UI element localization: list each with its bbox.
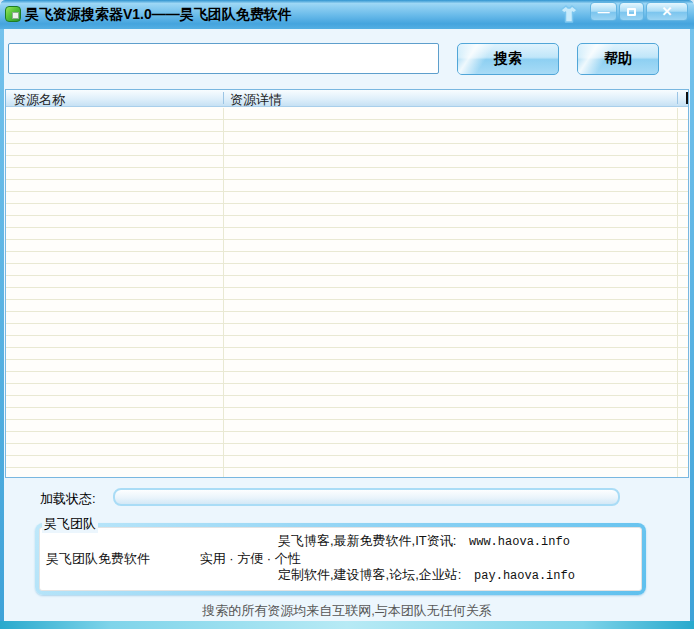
maximize-icon bbox=[627, 8, 636, 16]
progress-bar bbox=[113, 488, 620, 506]
skin-change-button[interactable] bbox=[557, 4, 581, 25]
list-header: 资源名称 资源详情 bbox=[6, 90, 688, 107]
close-icon: ✕ bbox=[662, 4, 673, 19]
team-business-text: 定制软件,建设博客,论坛,企业站: bbox=[278, 567, 461, 582]
scrollbar-thumb[interactable] bbox=[686, 92, 688, 104]
team-blog-url: www.haova.info bbox=[469, 535, 570, 549]
app-window: 昊飞资源搜索器V1.0——昊飞团队免费软件 — ✕ 搜索 帮助 资源名称 资源详… bbox=[0, 0, 694, 629]
team-business-line: 定制软件,建设博客,论坛,企业站: pay.haova.info bbox=[278, 566, 575, 584]
window-border-left bbox=[0, 29, 4, 621]
team-slogan-line: 昊飞团队免费软件 实用 · 方便 · 个性 bbox=[46, 550, 301, 568]
team-slogan-text: 实用 · 方便 · 个性 bbox=[200, 551, 301, 566]
grid-vline bbox=[677, 108, 678, 477]
resource-listview: 资源名称 资源详情 bbox=[5, 89, 689, 478]
column-separator[interactable] bbox=[223, 92, 224, 104]
minimize-icon: — bbox=[598, 5, 610, 19]
minimize-button[interactable]: — bbox=[590, 2, 617, 21]
search-input[interactable] bbox=[8, 43, 439, 74]
team-groupbox: 昊飞博客,最新免费软件,IT资讯: www.haova.info 昊飞团队免费软… bbox=[35, 523, 646, 595]
team-name-text: 昊飞团队免费软件 bbox=[46, 551, 150, 566]
list-body[interactable] bbox=[6, 108, 688, 477]
team-groupbox-panel: 昊飞博客,最新免费软件,IT资讯: www.haova.info 昊飞团队免费软… bbox=[39, 527, 642, 591]
window-border-right bbox=[690, 29, 694, 621]
column-header-resource-name[interactable]: 资源名称 bbox=[13, 91, 65, 109]
team-blog-text: 昊飞博客,最新免费软件,IT资讯: bbox=[278, 533, 456, 548]
team-blog-line: 昊飞博客,最新免费软件,IT资讯: www.haova.info bbox=[278, 532, 570, 550]
window-border-bottom bbox=[0, 621, 694, 629]
maximize-button[interactable] bbox=[619, 2, 644, 21]
app-icon-inner-square bbox=[12, 12, 19, 19]
column-separator[interactable] bbox=[677, 92, 678, 104]
column-header-resource-detail[interactable]: 资源详情 bbox=[230, 91, 282, 109]
app-icon[interactable] bbox=[5, 6, 21, 22]
grid-vline bbox=[223, 108, 224, 477]
team-business-url: pay.haova.info bbox=[474, 569, 575, 583]
team-groupbox-label: 昊飞团队 bbox=[42, 515, 98, 533]
search-button[interactable]: 搜索 bbox=[457, 43, 559, 75]
help-button[interactable]: 帮助 bbox=[577, 43, 659, 75]
title-bar: 昊飞资源搜索器V1.0——昊飞团队免费软件 — ✕ bbox=[0, 0, 694, 29]
disclaimer-text: 搜索的所有资源均来自互联网,与本团队无任何关系 bbox=[0, 602, 694, 620]
close-button[interactable]: ✕ bbox=[646, 2, 688, 21]
loading-status-label: 加载状态: bbox=[40, 490, 96, 508]
shirt-icon bbox=[557, 4, 581, 25]
window-title: 昊飞资源搜索器V1.0——昊飞团队免费软件 bbox=[25, 6, 292, 24]
